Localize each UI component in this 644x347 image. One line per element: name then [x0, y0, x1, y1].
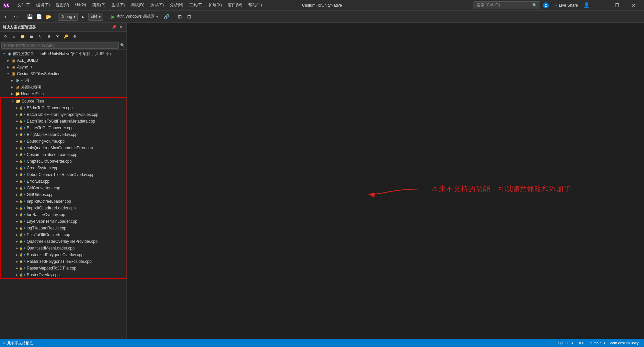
- ext-dep-item[interactable]: ▶ ⊞ 外部依赖项: [0, 84, 126, 91]
- expand-icon: ▶: [14, 266, 19, 271]
- attach-button[interactable]: 🔗: [162, 13, 170, 21]
- plus-badge: +: [24, 153, 25, 156]
- home-button[interactable]: ⌂: [10, 32, 18, 40]
- run-button[interactable]: ▶ 本地 Windows 调试器 ▾: [109, 13, 161, 21]
- source-file-item[interactable]: ▶ 🔒 + LayerJsonTerrainLoader.cpp: [1, 218, 126, 225]
- user-icon[interactable]: 👤: [583, 2, 590, 8]
- file-label: CesiumIonTilesetLoader.cpp: [27, 152, 77, 157]
- source-file-item[interactable]: ▶ 🔒 + BatchTableToGltfFeatureMetadata.cp…: [1, 118, 126, 125]
- sync-button[interactable]: ⟳: [1, 32, 9, 40]
- source-file-item[interactable]: ▶ 🔒 + B3dmToGltfConverter.cpp: [1, 105, 126, 111]
- live-share-icon: ⇄: [554, 3, 558, 8]
- source-files-item[interactable]: ▾ 📁 Source Files: [1, 98, 126, 105]
- source-file-item[interactable]: ▶ 🔒 + QuadtreeRasterOverlayTileProvider.…: [1, 238, 126, 245]
- plus-badge: +: [24, 193, 25, 196]
- solution-root[interactable]: ▾ ◈ 解决方案"CesiumForUnityNative"(62 个项目，共 …: [0, 50, 126, 57]
- expand-icon: ▶: [9, 91, 15, 97]
- menu-item[interactable]: 分析(N): [167, 2, 186, 9]
- menu-item[interactable]: 生成(B): [109, 2, 127, 9]
- pin-button[interactable]: 📌: [111, 24, 117, 30]
- menu-item[interactable]: 工具(T): [187, 2, 205, 9]
- filter-button[interactable]: 🔑: [62, 32, 70, 40]
- cesium3d-item[interactable]: ▾ ▣ Cesium3DTilesSelection: [0, 70, 126, 77]
- menu-item[interactable]: 视图(V): [53, 2, 72, 9]
- file-label: DebugColorizeTilesRasterOverlay.cpp: [27, 172, 94, 177]
- source-file-item[interactable]: ▶ 🔒 + RasterOverlay.cpp: [1, 272, 126, 278]
- file-label: QuadtreeRasterOverlayTileProvider.cpp: [27, 239, 97, 244]
- search-icon: 🔍: [532, 3, 537, 8]
- solution-label: 解决方案"CesiumForUnityNative"(62 个项目，共 62 个…: [13, 51, 111, 57]
- lock-badge: 🔒: [19, 246, 23, 250]
- undo-button[interactable]: ↩: [3, 13, 11, 21]
- source-file-item[interactable]: ▶ 🔒 + BinaryToGltfConverter.cpp: [1, 125, 126, 131]
- menu-item[interactable]: 调试(D): [128, 2, 147, 9]
- async-item[interactable]: ▶ ▣ Async++: [0, 64, 126, 70]
- source-file-item[interactable]: ▶ 🔒 + QuantizedMeshLoader.cpp: [1, 245, 126, 251]
- menu-item[interactable]: 文件(F): [15, 2, 33, 9]
- source-file-item[interactable]: ▶ 🔒 + DebugColorizeTilesRasterOverlay.cp…: [1, 171, 126, 178]
- menu-item[interactable]: 项目(P): [89, 2, 108, 9]
- ref-item[interactable]: ▶ ⊕ 引用: [0, 77, 126, 84]
- layout-button[interactable]: ⊞: [176, 13, 184, 21]
- layout2-button[interactable]: ⊟: [185, 13, 193, 21]
- menu-item[interactable]: Git(G): [72, 2, 89, 9]
- source-file-item[interactable]: ▶ 🔒 + ImplicitQuadtreeLoader.cpp: [1, 205, 126, 211]
- source-file-item[interactable]: ▶ 🔒 + PntsToGltfConverter.cpp: [1, 231, 126, 238]
- lock-badge: 🔒: [19, 153, 23, 156]
- settings-button[interactable]: ⚙: [71, 32, 79, 40]
- source-file-item[interactable]: ▶ 🔒 + CreditSystem.cpp: [1, 165, 126, 171]
- file-label: PntsToGltfConverter.cpp: [27, 232, 70, 237]
- debug-mode-dropdown[interactable]: Debug ▾: [58, 13, 78, 21]
- redo-button[interactable]: ↪: [12, 13, 20, 21]
- close-button[interactable]: ✕: [626, 0, 641, 11]
- source-file-item[interactable]: ▶ 🔒 + RasterizedPolygonsTileExcluder.cpp: [1, 258, 126, 265]
- preview-button[interactable]: 👁: [53, 32, 61, 40]
- live-share-button[interactable]: ⇄ Live Share: [552, 2, 581, 8]
- expand-icon: ▶: [14, 219, 19, 224]
- side-panel: 解决方案资源管理器 📌 ✕ ⟳ ⌂ 📁 ☰ ↻ ⊟ 👁 🔑 ⚙ 🔍: [0, 23, 127, 339]
- source-file-item[interactable]: ▶ 🔒 + ImplicitOctreeLoader.cpp: [1, 198, 126, 205]
- menu-item[interactable]: 窗口(W): [225, 2, 245, 9]
- expand-icon: ▶: [14, 139, 19, 144]
- menu-item[interactable]: 编辑(E): [34, 2, 52, 9]
- source-file-item[interactable]: ▶ 🔒 + GltfConverters.cpp: [1, 185, 126, 191]
- plus-badge: +: [24, 213, 25, 216]
- menu-item[interactable]: 扩展(X): [206, 2, 225, 9]
- folder-view-button[interactable]: 📁: [19, 32, 27, 40]
- expand-icon: ▶: [9, 78, 15, 83]
- source-file-item[interactable]: ▶ 🔒 + GltfUtilities.cpp: [1, 191, 126, 198]
- minimize-button[interactable]: —: [593, 0, 608, 11]
- new-file-button[interactable]: 📄: [35, 13, 43, 21]
- refresh-button[interactable]: ↻: [36, 32, 44, 40]
- save-button[interactable]: 💾: [26, 13, 34, 21]
- solution-search-input[interactable]: [1, 42, 119, 49]
- all-build-item[interactable]: ▶ ▣ ALL_BUILD: [0, 57, 126, 64]
- source-file-item[interactable]: ▶ 🔒 + CmptToGltfConverter.cpp: [1, 158, 126, 165]
- header-files-item[interactable]: ▶ 📁 Header Files: [0, 91, 126, 97]
- open-file-button[interactable]: 📂: [44, 13, 52, 21]
- source-file-item[interactable]: ▶ 🔒 + RasterMappedTo3DTile.cpp: [1, 265, 126, 272]
- collapse-button[interactable]: ⊟: [45, 32, 53, 40]
- annotation-arrow-icon: [365, 179, 425, 199]
- panel-close-button[interactable]: ✕: [118, 24, 124, 30]
- plus-badge: +: [24, 267, 25, 270]
- source-file-item[interactable]: ▶ 🔒 + CesiumIonTilesetLoader.cpp: [1, 151, 126, 158]
- menu-item[interactable]: 测试(S): [148, 2, 167, 9]
- notification-badge[interactable]: 2: [543, 2, 549, 8]
- lock-badge: 🔒: [19, 133, 23, 136]
- maximize-button[interactable]: ❐: [609, 0, 625, 11]
- source-file-item[interactable]: ▶ 🔒 + IonRasterOverlay.cpp: [1, 211, 126, 218]
- source-file-item[interactable]: ▶ 🔒 + calcQuadtreeMaxGeometricError.cpp: [1, 145, 126, 151]
- source-file-item[interactable]: ▶ 🔒 + BingMapsRasterOverlay.cpp: [1, 131, 126, 138]
- source-file-item[interactable]: ▶ 🔒 + BatchTableHierarchyPropertyValues.…: [1, 111, 126, 118]
- menu-item[interactable]: 帮助(H): [246, 2, 265, 9]
- source-file-item[interactable]: ▶ 🔒 + BoundingVolume.cpp: [1, 138, 126, 145]
- source-file-item[interactable]: ▶ 🔒 + logTileLoadResult.cpp: [1, 225, 126, 231]
- source-file-item[interactable]: ▶ 🔒 + RasterizedPolygonsOverlay.cpp: [1, 251, 126, 258]
- search-text: 搜索 (Ctrl+Q): [476, 2, 500, 8]
- show-all-button[interactable]: ☰: [27, 32, 35, 40]
- expand-icon: ▶: [14, 225, 19, 231]
- expand-icon: ▶: [14, 259, 19, 264]
- source-file-item[interactable]: ▶ 🔒 + ErrorList.cpp: [1, 178, 126, 185]
- platform-dropdown[interactable]: x64 ▾: [88, 13, 103, 21]
